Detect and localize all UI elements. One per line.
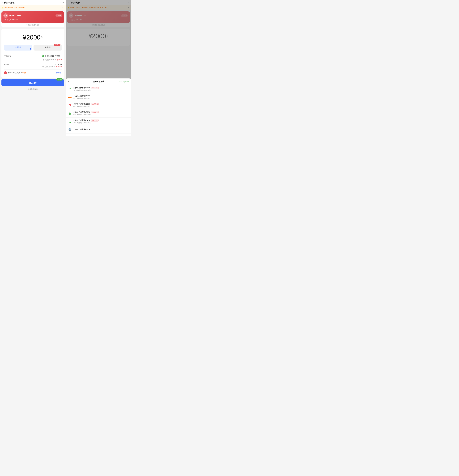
recommend-logo-left: Co [4,71,7,74]
payment-item-icon-5: 🏦 [68,128,72,132]
bank-info-left: Co 中信银行 8293 [3,13,55,18]
payment-method-right-left: 邮 邮储银行储蓄卡(3300) › [42,55,62,57]
tab-immediate-left[interactable]: 立即还 [4,45,32,51]
confirm-btn-wrapper-left: 绿色能量 确认还款 [1,79,64,86]
payment-item-2[interactable]: G 华夏银行储蓄卡(3354) 立减2.00元 银行单笔限额250000.00元 [66,101,131,110]
payment-items-list: ⊕ 邮储银行储蓄卡(3300) 立减8.00元 银行单笔限额200000.00元… [66,85,131,134]
payment-item-3[interactable]: ⊕ 邮储银行储蓄卡(8029) 立减8.00元 银行单笔限额200000.00元 [66,110,131,118]
payment-item-info-4: 邮储银行储蓄卡(8415) 立减8.00元 银行单笔限额200000.00元 [73,119,129,124]
payment-arrow-left: › [61,55,62,57]
card-section-left: Co 中信银行 8293 切换(5) 本期待还 1910.00 ⓘ 本期还款日1… [1,11,64,27]
fee-sub-discount-left: 减免¥2.00 [56,66,62,68]
tab-installment-left[interactable]: 官方服务 分期还 [34,45,62,51]
more-methods-left[interactable]: 更多还款方式 [0,86,66,92]
recommend-link-left[interactable]: 分期还 › [56,72,62,74]
bank-amount-left: 本期待还 1910.00 ⓘ [3,19,62,21]
nav-bar-left: ‹ 信用卡还款 ··· ⊙ [0,0,66,5]
discount-badge-4: 立减8.00元 [91,119,98,121]
fee-right-left: ¥2.00 ¥0.00 免费还款额度¥2000.00 减免¥2.00 [42,64,62,68]
payment-item-info-5: 工商银行储蓄卡(3179) [73,128,129,131]
payment-item-icon-2: G [68,103,72,108]
payment-item-limit-4: 银行单笔限额200000.00元 [73,122,129,124]
bank-switch-left[interactable]: 切换(5) [55,14,62,17]
discount-badge-3: 立减8.00元 [91,111,98,113]
tab-badge-left: 官方服务 [54,44,60,46]
payment-item-icon-3: ⊕ [68,111,72,116]
payment-item-info-2: 华夏银行储蓄卡(3354) 立减2.00元 银行单笔限额250000.00元 [73,103,129,108]
discount-badge-0: 立减8.00元 [91,87,98,89]
sheet-watermark: www.diqile.com [119,81,129,83]
page-title-left: 信用卡还款 [4,1,59,4]
payment-label-left: 付款方式 [4,55,11,57]
green-badge-left: 绿色能量 [56,78,63,81]
payment-item-limit-3: 银行单笔限额200000.00元 [73,114,129,116]
record-icon-left[interactable]: ⊙ [62,1,64,4]
sheet-title: 选择付款方式 [93,80,104,83]
payment-item-limit-0: 银行单笔限额200000.00元 [73,89,129,91]
amount-section-left: ¥2000 ✎ 立即还 官方服务 分期还 付款方式 邮 邮储银行储蓄卡(3300… [1,29,64,78]
bank-logo-left: Co [3,13,8,18]
payment-item-5[interactable]: 🏦 工商银行储蓄卡(3179) [66,126,131,134]
left-screen: ‹ 信用卡还款 ··· ⊙ 🔔 务费减免至0。点击了解详情>> ✕ Co 中信银… [0,0,66,136]
banner-close-left[interactable]: ✕ [62,7,64,9]
discount-badge-2: 立减2.00元 [91,103,98,105]
more-icon-left[interactable]: ··· [59,2,61,4]
fee-label-left: 服务费 ⓘ [4,64,11,66]
payment-bank-icon-left: 邮 [42,55,44,57]
payment-item-0[interactable]: ⊕ 邮储银行储蓄卡(3300) 立减8.00元 银行单笔限额200000.00元 [66,85,131,93]
right-screen: ‹ 信用卡还款 ··· ⊙ 🔔 即日起，用数字人民币还款，服务费减免至0。点击了… [66,0,131,136]
recommend-left-left: Co 推荐分期还，利率享6.4折 [4,71,26,74]
payment-item-icon-0: ⊕ [68,87,72,91]
payment-item-icon-1: ▬ [68,95,72,99]
payment-item-name-0: 邮储银行储蓄卡(3300) 立减8.00元 [73,87,129,89]
payment-item-limit-2: 银行单笔限额250000.00元 [73,106,129,108]
fee-info-icon-left: ⓘ [9,64,11,66]
recommend-highlight-left: 6.4折 [22,72,26,74]
payment-discount-amount-left: 减¥8.00 [57,59,62,61]
sheet-close-button[interactable]: ✕ [68,80,69,83]
amount-display-left: ¥2000 ✎ [4,34,62,41]
payment-item-name-4: 邮储银行储蓄卡(8415) 立减8.00元 [73,119,129,121]
amount-value-left: 1910.00 [10,19,16,21]
payment-item-name-3: 邮储银行储蓄卡(8029) 立减8.00元 [73,111,129,113]
bank-name-left: 中信银行 8293 [9,15,21,17]
banner-left: 🔔 务费减免至0。点击了解详情>> ✕ [0,5,66,10]
payment-item-icon-4: ⊕ [68,119,72,124]
payment-discount-text-left: 本卡还款满¥2000.00 [43,59,56,61]
payment-item-info-1: 平安银行储蓄卡(4904) 银行单笔限额200000.00元 [73,95,129,100]
fee-original-left: ¥2.00 [53,64,56,66]
due-date-left: 本期还款日11月11日 [1,23,64,27]
bank-card-left[interactable]: Co 中信银行 8293 切换(5) 本期待还 1910.00 ⓘ [1,11,64,23]
fee-row-left: 服务费 ⓘ ¥2.00 ¥0.00 免费还款额度¥2000.00 减免¥2.00 [4,62,62,69]
nav-icons-left: ··· ⊙ [59,1,64,4]
payment-item-name-2: 华夏银行储蓄卡(3354) 立减2.00元 [73,103,129,105]
banner-icon-left: 🔔 [2,7,4,8]
fee-current-left: ¥0.00 [57,64,62,66]
banner-message-left: 务费减免至0。点击了解详情>> [4,7,25,9]
amount-value-display-left[interactable]: ¥2000 ✎ [4,34,62,41]
tabs-row-left: 立即还 官方服务 分期还 [4,45,62,51]
recommend-text-left: 推荐分期还，利率享6.4折 [8,72,26,74]
payment-sheet-right: ✕ 选择付款方式 www.diqile.com ⊕ 邮储银行储蓄卡(3300) … [66,78,131,136]
sheet-header-right: ✕ 选择付款方式 www.diqile.com [66,78,131,85]
edit-icon-left[interactable]: ✎ [41,36,43,39]
payment-item-info-0: 邮储银行储蓄卡(3300) 立减8.00元 银行单笔限额200000.00元 [73,87,129,91]
payment-item-1[interactable]: ▬ 平安银行储蓄卡(4904) 银行单笔限额200000.00元 [66,93,131,101]
back-button-left[interactable]: ‹ [2,1,3,4]
payment-item-4[interactable]: ⊕ 邮储银行储蓄卡(8415) 立减8.00元 银行单笔限额200000.00元 [66,118,131,126]
amount-info-icon-left: ⓘ [17,19,18,21]
confirm-button-left[interactable]: 确认还款 [1,79,64,86]
payment-method-row-left[interactable]: 付款方式 邮 邮储银行储蓄卡(3300) › [4,53,62,59]
payment-item-limit-1: 银行单笔限额200000.00元 [73,97,129,100]
payment-item-name-5: 工商银行储蓄卡(3179) [73,128,129,131]
payment-bank-name-left: 邮储银行储蓄卡(3300) [45,55,60,57]
payment-item-name-1: 平安银行储蓄卡(4904) [73,95,129,97]
recommend-row-left: Co 推荐分期还，利率享6.4折 分期还 › [4,69,62,76]
banner-text-left[interactable]: 🔔 务费减免至0。点击了解详情>> [2,7,25,9]
payment-item-info-3: 邮储银行储蓄卡(8029) 立减8.00元 银行单笔限额200000.00元 [73,111,129,116]
amount-label-left: 本期待还 [3,19,10,21]
fee-sub-left: 免费还款额度¥2000.00 减免¥2.00 [42,66,62,68]
